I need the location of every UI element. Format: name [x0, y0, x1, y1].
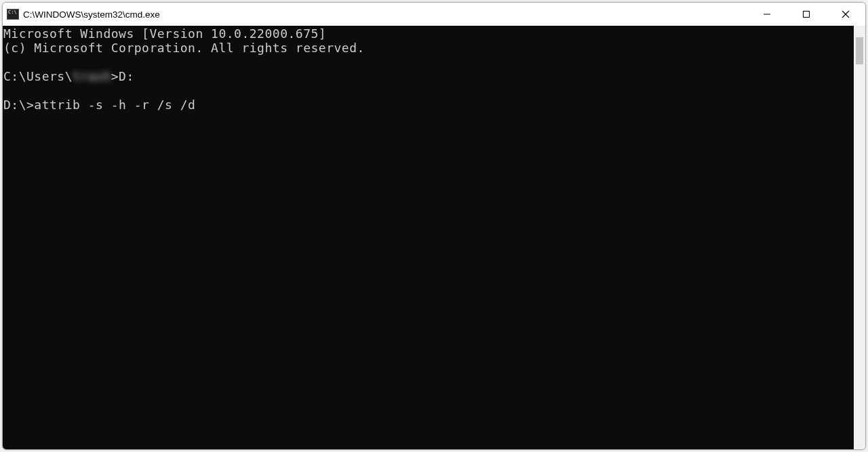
minimize-icon: [763, 10, 771, 18]
window-title: C:\WINDOWS\system32\cmd.exe: [23, 9, 747, 20]
prompt-1-username: trash: [73, 69, 111, 83]
prompt-1-command: >D:: [111, 69, 134, 83]
scrollbar-thumb[interactable]: [856, 37, 863, 64]
version-line: Microsoft Windows [Version 10.0.22000.67…: [3, 26, 326, 41]
close-button[interactable]: [826, 3, 865, 26]
prompt-1-prefix: C:\Users\: [3, 69, 73, 83]
window-body: Microsoft Windows [Version 10.0.22000.67…: [3, 26, 865, 449]
cmd-window: C:\WINDOWS\system32\cmd.exe Microsoft Wi: [2, 2, 866, 450]
prompt-2: D:\>attrib -s -h -r /s /d: [3, 98, 195, 112]
window-controls: [747, 3, 865, 26]
minimize-button[interactable]: [747, 3, 787, 26]
maximize-button[interactable]: [787, 3, 826, 26]
close-icon: [842, 10, 850, 18]
titlebar[interactable]: C:\WINDOWS\system32\cmd.exe: [3, 3, 865, 26]
copyright-line: (c) Microsoft Corporation. All rights re…: [3, 41, 365, 55]
vertical-scrollbar[interactable]: [854, 26, 865, 449]
terminal-output[interactable]: Microsoft Windows [Version 10.0.22000.67…: [3, 26, 854, 449]
cmd-icon: [7, 9, 19, 20]
svg-rect-1: [804, 12, 810, 18]
maximize-icon: [802, 10, 810, 18]
